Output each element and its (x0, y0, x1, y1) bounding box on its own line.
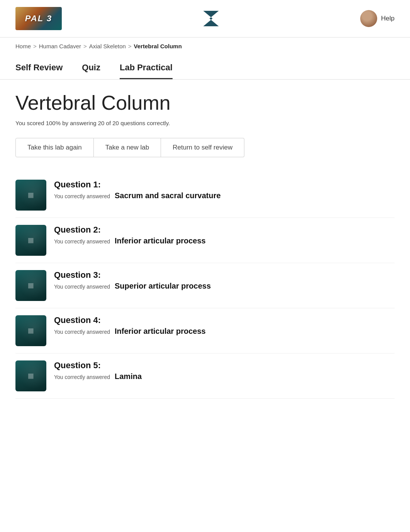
take-new-lab-button[interactable]: Take a new lab (94, 138, 161, 157)
question-5-info: Question 5: You correctly answered Lamin… (54, 360, 395, 381)
breadcrumb-home[interactable]: Home (15, 43, 31, 49)
tab-quiz[interactable]: Quiz (82, 63, 100, 79)
return-to-self-review-button[interactable]: Return to self review (161, 138, 244, 157)
tab-nav: Self Review Quiz Lab Practical (0, 55, 410, 80)
question-5-answer: Lamina (115, 372, 142, 381)
question-4-label: Question 4: (54, 315, 395, 325)
take-lab-again-button[interactable]: Take this lab again (15, 138, 94, 157)
table-row: ■ Question 1: You correctly answered Sac… (15, 173, 395, 218)
breadcrumb-sep-3: > (128, 43, 132, 49)
question-3-label: Question 3: (54, 270, 395, 280)
question-3-correctly-text: You correctly answered (54, 284, 110, 290)
question-2-label: Question 2: (54, 225, 395, 235)
logo: PAL 3 (15, 7, 62, 30)
question-5-answer-row: You correctly answered Lamina (54, 372, 395, 381)
avatar (360, 10, 377, 27)
question-5-correctly-text: You correctly answered (54, 374, 110, 380)
back-arrow-icon[interactable] (203, 11, 219, 26)
question-4-answer: Inferior articular process (115, 327, 206, 336)
question-3-answer-row: You correctly answered Superior articula… (54, 282, 395, 291)
table-row: ■ Question 4: You correctly answered Inf… (15, 308, 395, 354)
help-link[interactable]: Help (381, 15, 395, 22)
question-3-info: Question 3: You correctly answered Super… (54, 270, 395, 291)
breadcrumb-axial-skeleton[interactable]: Axial Skeleton (89, 43, 126, 49)
question-1-info: Question 1: You correctly answered Sacru… (54, 180, 395, 200)
question-2-answer-row: You correctly answered Inferior articula… (54, 236, 395, 245)
question-1-label: Question 1: (54, 180, 395, 190)
question-2-info: Question 2: You correctly answered Infer… (54, 225, 395, 245)
question-2-answer: Inferior articular process (115, 236, 206, 245)
question-list: ■ Question 1: You correctly answered Sac… (15, 173, 395, 399)
question-5-thumbnail: ■ (15, 360, 46, 391)
breadcrumb: Home > Human Cadaver > Axial Skeleton > … (0, 37, 410, 55)
thumb-icon: ■ (28, 279, 34, 292)
main-content: Vertebral Column You scored 100% by answ… (0, 80, 410, 410)
question-2-correctly-text: You correctly answered (54, 238, 110, 245)
thumb-icon: ■ (28, 325, 34, 337)
table-row: ■ Question 2: You correctly answered Inf… (15, 218, 395, 263)
breadcrumb-current: Vertebral Column (134, 43, 182, 49)
question-3-answer: Superior articular process (115, 282, 211, 291)
question-1-correctly-text: You correctly answered (54, 193, 110, 199)
question-1-thumbnail: ■ (15, 180, 46, 211)
question-3-thumbnail: ■ (15, 270, 46, 301)
question-1-answer: Sacrum and sacral curvature (115, 191, 221, 200)
breadcrumb-sep-2: > (83, 43, 87, 49)
page-title: Vertebral Column (15, 91, 395, 114)
tab-self-review[interactable]: Self Review (15, 63, 63, 79)
table-row: ■ Question 3: You correctly answered Sup… (15, 263, 395, 308)
header-center (62, 11, 360, 26)
thumb-icon: ■ (28, 234, 34, 246)
question-4-info: Question 4: You correctly answered Infer… (54, 315, 395, 336)
question-4-thumbnail: ■ (15, 315, 46, 346)
tab-lab-practical[interactable]: Lab Practical (120, 63, 173, 79)
score-text: You scored 100% by answering 20 of 20 qu… (15, 120, 395, 126)
breadcrumb-human-cadaver[interactable]: Human Cadaver (39, 43, 81, 49)
breadcrumb-sep-1: > (33, 43, 37, 49)
question-2-thumbnail: ■ (15, 225, 46, 256)
table-row: ■ Question 5: You correctly answered Lam… (15, 354, 395, 399)
header-right: Help (360, 10, 395, 27)
thumb-icon: ■ (28, 370, 34, 382)
question-4-correctly-text: You correctly answered (54, 329, 110, 335)
question-4-answer-row: You correctly answered Inferior articula… (54, 327, 395, 336)
action-buttons: Take this lab again Take a new lab Retur… (15, 138, 395, 157)
header: PAL 3 Help (0, 0, 410, 37)
question-1-answer-row: You correctly answered Sacrum and sacral… (54, 191, 395, 200)
question-5-label: Question 5: (54, 360, 395, 371)
thumb-icon: ■ (28, 189, 34, 201)
